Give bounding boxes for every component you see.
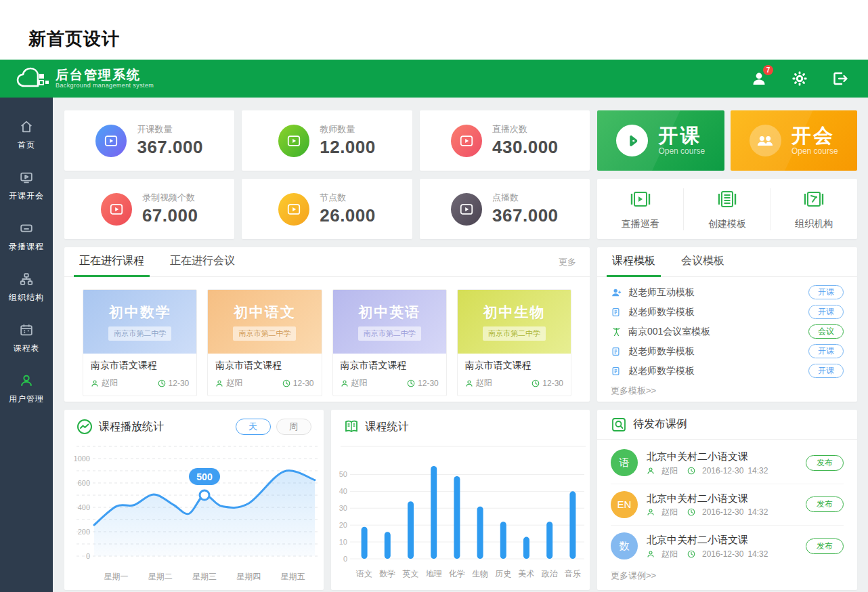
course-card[interactable]: 初中语文 南京市第二中学 南京市语文课程 赵阳 12-30 — [207, 289, 322, 396]
settings-button[interactable] — [791, 70, 808, 87]
svg-text:星期五: 星期五 — [280, 572, 305, 581]
svg-text:400: 400 — [78, 503, 90, 511]
svg-text:1000: 1000 — [74, 454, 90, 463]
logout-button[interactable] — [831, 70, 849, 87]
lesson-date: 2016-12-30 — [702, 506, 743, 518]
template-action-button[interactable]: 开课 — [808, 285, 844, 299]
svg-text:40: 40 — [339, 487, 347, 495]
lesson-title: 北京中关村二小语文课 — [647, 532, 768, 548]
sidebar-item-user[interactable]: 用户管理 — [0, 364, 53, 415]
teacher-icon — [91, 379, 99, 387]
template-row: 南京001会议室模板 会议 — [611, 322, 844, 341]
open-meeting-button[interactable]: 开会 Open course — [731, 110, 858, 171]
lesson-title: 北京中关村二小语文课 — [647, 449, 768, 465]
templates-more-link[interactable]: 更多模板>> — [597, 381, 857, 401]
course-teacher: 赵阳 — [102, 377, 118, 389]
pending-lesson-row: EN 北京中关村二小语文课 赵阳 2016-12-30 14:32 发布 — [611, 484, 844, 526]
course-school-badge: 南京市第二中学 — [483, 326, 546, 341]
app-header: 后台管理系统 Background management system 7 — [0, 60, 868, 98]
clock-icon — [687, 508, 695, 516]
course-title: 南京市语文课程 — [465, 360, 563, 372]
pending-more-link[interactable]: 更多课例>> — [597, 567, 857, 585]
tab-ongoing-meetings[interactable]: 正在进行会议 — [169, 254, 236, 276]
stat-card: 教师数量 12.000 — [242, 110, 412, 171]
svg-text:音乐: 音乐 — [564, 569, 580, 578]
play-stats-chart-card: 课程播放统计 天 周 10006004002000500星期一星期二星期三星期四… — [64, 410, 324, 590]
bar-chart: 01020304050语文数学英文地理化学生物历史美术政治音乐 — [331, 444, 590, 589]
logout-icon — [832, 70, 848, 87]
play-screen-icon — [459, 133, 474, 148]
cloud-logo-icon — [15, 65, 50, 92]
template-action-button[interactable]: 会议 — [808, 324, 844, 339]
course-teacher: 赵阳 — [476, 377, 492, 389]
pending-lesson-row: 语 北京中关村二小语文课 赵阳 2016-12-30 14:32 发布 — [611, 442, 844, 484]
clock-icon — [687, 467, 695, 475]
course-card-list: 初中数学 南京市第二中学 南京市语文课程 赵阳 12-30 初中语文 南京市第 — [64, 277, 590, 396]
sidebar-item-home[interactable]: 首页 — [0, 110, 53, 161]
course-stats-chart-card: 课程统计 01020304050语文数学英文地理化学生物历史美术政治音乐 — [331, 410, 590, 590]
publish-button[interactable]: 发布 — [806, 496, 844, 512]
tab-ongoing-courses[interactable]: 正在进行课程 — [78, 254, 146, 276]
sidebar-item-org[interactable]: 组织结构 — [0, 262, 53, 313]
tab-meeting-templates[interactable]: 会议模板 — [680, 254, 726, 276]
lesson-time: 14:32 — [747, 506, 768, 518]
doc-icon — [611, 307, 622, 318]
course-title: 南京市语文课程 — [341, 360, 439, 372]
course-card[interactable]: 初中生物 南京市第二中学 南京市语文课程 赵阳 12-30 — [457, 289, 571, 396]
lesson-teacher: 赵阳 — [661, 465, 678, 477]
template-name: 赵老师数学模板 — [628, 306, 695, 318]
sidebar-item-recorder[interactable]: 录播课程 — [0, 211, 53, 262]
line-chart-icon — [77, 419, 93, 435]
open-course-button[interactable]: 开课 Open course — [597, 110, 724, 171]
people-icon — [756, 131, 775, 150]
line-chart: 10006004002000500星期一星期二星期三星期四星期五 — [64, 444, 323, 589]
template-name: 赵老师互动模板 — [628, 287, 695, 299]
svg-text:星期二: 星期二 — [148, 572, 173, 581]
teacher-icon — [647, 508, 655, 516]
clock-icon — [687, 550, 695, 558]
publish-button[interactable]: 发布 — [806, 455, 844, 471]
lesson-time: 14:32 — [747, 548, 768, 560]
toggle-week-button[interactable]: 周 — [276, 419, 311, 435]
lesson-badge: 数 — [611, 532, 638, 559]
sidebar-item-video[interactable]: 开课开会 — [0, 161, 53, 211]
search-doc-icon — [611, 417, 627, 433]
app-title: 后台管理系统 — [56, 68, 154, 83]
notification-badge: 7 — [763, 65, 773, 75]
clock-icon — [282, 379, 290, 387]
course-card[interactable]: 初中英语 南京市第二中学 南京市语文课程 赵阳 12-30 — [332, 289, 447, 396]
courses-more-link[interactable]: 更多 — [559, 256, 576, 276]
svg-text:星期三: 星期三 — [192, 572, 217, 581]
lesson-badge: 语 — [611, 449, 638, 476]
user-notifications-button[interactable]: 7 — [750, 70, 768, 87]
stat-card: 开课数量 367.000 — [64, 110, 234, 171]
book-icon — [343, 419, 360, 435]
play-screen-icon — [286, 202, 301, 217]
quick-link-create-template[interactable]: 创建模板 — [683, 188, 770, 230]
quick-link-organization[interactable]: 组织机构 — [771, 188, 857, 230]
play-screen-icon — [104, 133, 118, 148]
gear-icon — [791, 70, 808, 87]
toggle-day-button[interactable]: 天 — [236, 419, 271, 435]
course-school-badge: 南京市第二中学 — [233, 326, 296, 341]
stat-value: 367.000 — [137, 137, 202, 158]
sidebar-item-calendar[interactable]: 课程表 — [0, 313, 53, 364]
template-action-button[interactable]: 开课 — [808, 344, 844, 358]
dashboard-page: 新首页设计 后台管理系统 Background management syste… — [0, 0, 868, 592]
quick-links-card: 直播巡看 创建模板 组织机构 — [597, 179, 857, 239]
svg-text:化学: 化学 — [448, 569, 464, 578]
tab-course-templates[interactable]: 课程模板 — [611, 254, 657, 276]
doc-icon — [611, 366, 622, 377]
stat-label: 开课数量 — [137, 123, 202, 135]
template-name: 赵老师数学模板 — [628, 365, 695, 377]
page-title: 新首页设计 — [28, 27, 120, 51]
stat-value: 26.000 — [320, 205, 376, 226]
sidebar: 首页 开课开会 录播课程 组织结构 课程表 用户管理 — [0, 98, 53, 592]
course-card[interactable]: 初中数学 南京市第二中学 南京市语文课程 赵阳 12-30 — [83, 289, 197, 396]
publish-button[interactable]: 发布 — [806, 538, 844, 554]
template-action-button[interactable]: 开课 — [808, 305, 844, 319]
template-action-button[interactable]: 开课 — [808, 364, 844, 378]
quick-link-live-watch[interactable]: 直播巡看 — [597, 188, 683, 230]
top-strip: 新首页设计 — [0, 0, 868, 60]
template-name: 南京001会议室模板 — [628, 326, 710, 338]
